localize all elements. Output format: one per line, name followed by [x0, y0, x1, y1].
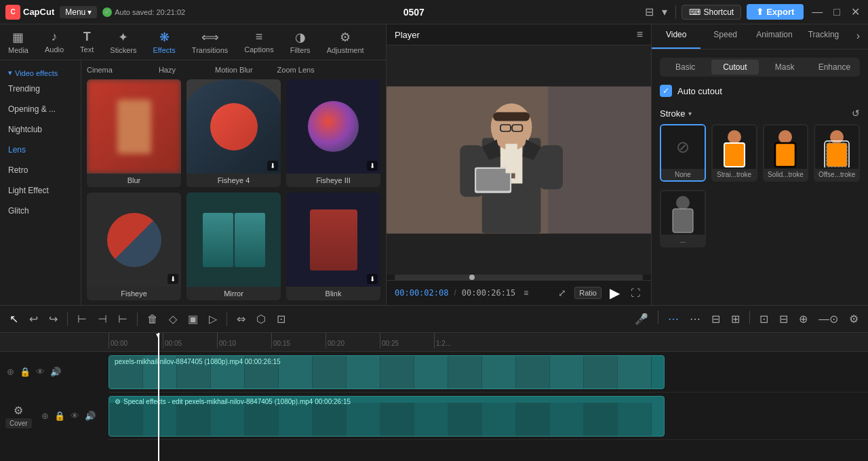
close-button[interactable]: ✕	[848, 4, 863, 20]
tab-media[interactable]: ▦ Media	[0, 27, 37, 57]
subtab-mask[interactable]: Mask	[762, 60, 808, 75]
sidebar-item-light-effect[interactable]: Light Effect	[0, 180, 81, 201]
minimize-button[interactable]: —	[809, 5, 825, 20]
add-caption-button[interactable]: ⊡	[755, 310, 772, 327]
trim-right-button[interactable]: ⊢	[114, 310, 132, 327]
menu-button[interactable]: Menu ▾	[60, 6, 97, 18]
list-view-button[interactable]: ≡	[521, 287, 531, 299]
subtab-basic[interactable]: Basic	[662, 60, 709, 75]
select-tool-button[interactable]: ↖	[5, 310, 22, 327]
track1-lock-btn[interactable]: 🔒	[18, 365, 32, 378]
effect-card-blur[interactable]: Blur	[87, 79, 181, 187]
delete-button[interactable]: 🗑	[143, 311, 162, 327]
tab-video[interactable]: Video	[652, 24, 701, 49]
subtab-cutout[interactable]: Cutout	[711, 60, 758, 75]
tab-tracking[interactable]: Tracking	[799, 24, 848, 49]
fullscreen-button[interactable]: ⛶	[628, 286, 643, 300]
sidebar-item-retro[interactable]: Retro	[0, 160, 81, 180]
sidebar-item-lens[interactable]: Lens	[0, 140, 81, 160]
track2-eye-btn[interactable]: 👁	[69, 409, 81, 422]
sidebar-item-nightclub[interactable]: Nightclub	[0, 119, 81, 140]
shape-button[interactable]: ⬡	[252, 310, 270, 327]
track2-audio-btn[interactable]: 🔊	[83, 409, 97, 422]
stroke-option-solid[interactable]: Solid...troke	[763, 124, 809, 182]
view-options-button[interactable]: ▾	[659, 4, 670, 20]
tab-audio[interactable]: ♪ Audio	[37, 27, 72, 57]
stroke-option-none[interactable]: ⊘ None	[660, 124, 706, 182]
play-clip-button[interactable]: ▷	[205, 310, 221, 327]
stroke-option-straight[interactable]: Strai...troke	[711, 124, 757, 182]
stroke-option-5[interactable]: ...	[660, 190, 706, 247]
tab-captions[interactable]: ≡ Captions	[236, 27, 281, 57]
track1-add-btn[interactable]: ⊕	[5, 365, 16, 378]
fisheye3-preview	[286, 79, 380, 174]
sep-r1	[658, 310, 658, 324]
scrubber-handle[interactable]	[469, 275, 475, 280]
maximize-button[interactable]: □	[831, 5, 843, 20]
tab-transitions[interactable]: ⟺ Transitions	[184, 27, 236, 57]
zoom-in-button[interactable]: ⊕	[795, 310, 812, 327]
effect-card-fisheye4[interactable]: ⬇ Fisheye 4	[186, 79, 281, 187]
tab-adjustment[interactable]: ⚙ Adjustment	[319, 27, 372, 57]
cover-button[interactable]: Cover	[5, 418, 32, 428]
crop-button[interactable]: ▣	[184, 310, 202, 327]
tab-text[interactable]: T Text	[72, 27, 102, 57]
undo-button[interactable]: ↩	[25, 310, 42, 327]
redo-button[interactable]: ↪	[45, 310, 62, 327]
link-button[interactable]: ⋯	[664, 310, 683, 327]
adjustment-icon: ⚙	[340, 30, 351, 45]
sidebar-item-trending[interactable]: Trending	[0, 79, 81, 99]
svg-rect-25	[676, 196, 690, 209]
tab-effects[interactable]: ❋ Effects	[144, 27, 183, 57]
player-scrubber[interactable]	[395, 275, 643, 280]
trim-left-button[interactable]: ⊣	[94, 310, 111, 327]
track-controls-2: ⚙ Cover ⊕ 🔒 👁 🔊	[0, 404, 108, 428]
zoom-out-button[interactable]: ⊟	[775, 310, 792, 327]
effect-card-mirror[interactable]: Mirror	[186, 193, 281, 300]
fit-screen-button[interactable]: ⤢	[555, 286, 569, 300]
effect-card-blink[interactable]: ⬇ Blink	[286, 193, 380, 300]
tab-stickers[interactable]: ✦ Stickers	[102, 27, 144, 57]
mirror-label: Mirror	[186, 287, 281, 300]
tab-more[interactable]: ›	[848, 24, 868, 49]
download-icon: ⬇	[367, 161, 378, 171]
shortcut-button[interactable]: ⌨ Shortcut	[682, 5, 741, 20]
player-area: Player ≡	[387, 24, 651, 305]
audio-link-button[interactable]: ⋯	[686, 310, 705, 327]
track1-audio-btn[interactable]: 🔊	[49, 365, 62, 378]
extend-button[interactable]: ⊡	[273, 310, 290, 327]
settings-button[interactable]: ⚙	[845, 310, 863, 327]
keyframe-button[interactable]: ◇	[165, 310, 181, 327]
split-audio-button[interactable]: ⊞	[727, 310, 744, 327]
flip-h-button[interactable]: ⇔	[233, 310, 250, 327]
stroke-reset-button[interactable]: ↺	[852, 108, 860, 119]
tab-speed[interactable]: Speed	[701, 24, 749, 49]
mic-button[interactable]: 🎤	[631, 310, 652, 327]
effect-card-fisheye3[interactable]: ⬇ Fisheye III	[286, 79, 380, 187]
split-button[interactable]: ⊢	[73, 310, 91, 327]
play-button[interactable]: ▶	[607, 285, 623, 301]
track-clip-2[interactable]: ⚙ Specal effects - edit pexels-mikhail-n…	[108, 396, 665, 437]
view-toggle-button[interactable]: ⊟	[642, 4, 656, 20]
sidebar-item-glitch[interactable]: Glitch	[0, 201, 81, 221]
track2-lock-btn[interactable]: 🔒	[53, 409, 66, 422]
sidebar-item-opening[interactable]: Opening & ...	[0, 99, 81, 119]
nav-tabs: ▦ Media ♪ Audio T Text ✦ Stickers ❋ Effe…	[0, 24, 386, 60]
tab-animation[interactable]: Animation	[750, 24, 799, 49]
effect-card-fisheye[interactable]: ⬇ Fisheye	[87, 193, 181, 300]
tab-filters[interactable]: ◑ Filters	[282, 27, 319, 57]
track1-eye-btn[interactable]: 👁	[35, 365, 46, 378]
stroke-option-offset[interactable]: Offse...troke	[814, 124, 860, 182]
timeline-area[interactable]: 00:00 00:05 00:10 00:15 00:20 00:25 1:2.…	[0, 333, 868, 461]
export-button[interactable]: ⬆ Export	[747, 4, 804, 20]
zoom-slider-button[interactable]: —⊙	[814, 310, 842, 327]
track-clip-1[interactable]: pexels-mikhail-nilov-8847405 (1080p).mp4…	[108, 355, 665, 389]
clip-speed-button[interactable]: ⊟	[707, 310, 724, 327]
effects-panel: ▾ Video effects Trending Opening & ... N…	[0, 60, 386, 305]
auto-cutout-checkbox[interactable]: ✓	[660, 85, 672, 97]
ratio-button[interactable]: Ratio	[574, 287, 601, 299]
track2-add-btn[interactable]: ⊕	[40, 409, 50, 422]
player-menu-icon[interactable]: ≡	[637, 28, 643, 41]
video-frame	[387, 45, 651, 275]
subtab-enhance[interactable]: Enhance	[811, 60, 858, 75]
